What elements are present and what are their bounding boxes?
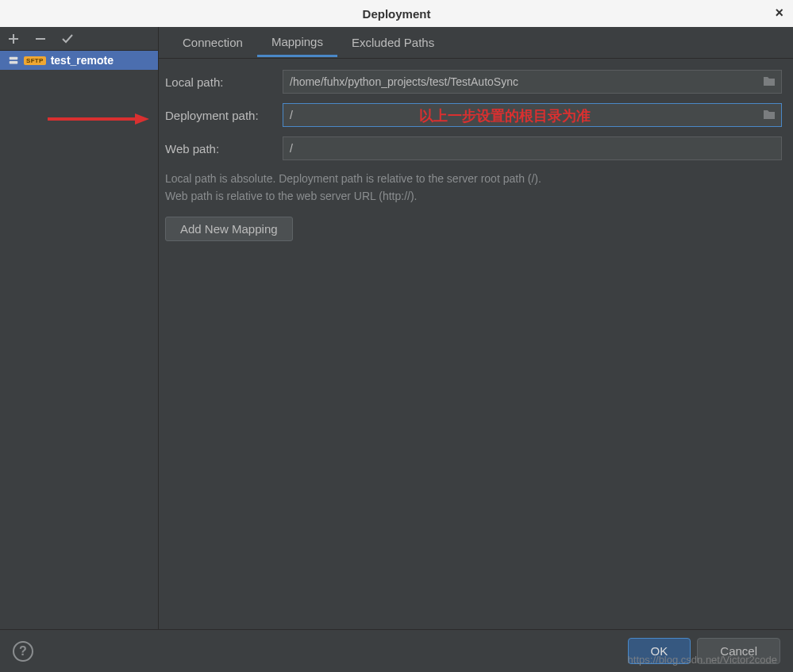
row-web-path: Web path:	[165, 136, 782, 160]
sftp-badge: SFTP	[24, 56, 46, 65]
help-line-1: Local path is absolute. Deployment path …	[165, 170, 782, 187]
svg-rect-1	[10, 61, 18, 64]
title-bar: Deployment ×	[0, 0, 793, 27]
deployment-path-input[interactable]	[283, 103, 782, 127]
row-local-path: Local path:	[165, 70, 782, 94]
sidebar-toolbar	[0, 27, 158, 51]
row-deployment-path: Deployment path:	[165, 103, 782, 127]
deployment-path-label: Deployment path:	[165, 109, 276, 122]
folder-icon[interactable]	[763, 75, 776, 89]
local-path-label: Local path:	[165, 75, 276, 89]
sidebar-server-item[interactable]: SFTP test_remote	[0, 51, 158, 70]
web-path-label: Web path:	[165, 142, 276, 156]
tabs: Connection Mappings Excluded Paths	[159, 27, 793, 59]
check-icon[interactable]	[60, 32, 75, 46]
help-line-2: Web path is relative to the web server U…	[165, 187, 782, 205]
content-panel: Connection Mappings Excluded Paths Local…	[159, 27, 793, 629]
tab-mappings[interactable]: Mappings	[257, 29, 337, 57]
main-container: SFTP test_remote Connection Mappings Exc…	[0, 27, 793, 629]
sidebar: SFTP test_remote	[0, 27, 159, 629]
tab-excluded-paths[interactable]: Excluded Paths	[337, 29, 448, 56]
cancel-button[interactable]: Cancel	[697, 638, 780, 664]
server-icon	[8, 55, 19, 66]
dialog-title: Deployment	[363, 7, 431, 21]
folder-icon[interactable]	[763, 109, 776, 122]
help-text: Local path is absolute. Deployment path …	[165, 170, 782, 205]
add-new-mapping-button[interactable]: Add New Mapping	[165, 217, 293, 241]
tab-connection[interactable]: Connection	[168, 29, 257, 56]
form-area: Local path: Deployment path:	[159, 59, 793, 241]
footer-buttons: OK Cancel	[628, 638, 780, 664]
remove-server-icon[interactable]	[33, 32, 48, 46]
local-path-input-wrap	[283, 70, 782, 94]
local-path-input[interactable]	[283, 70, 782, 94]
footer: ? OK Cancel	[0, 629, 793, 672]
deployment-path-input-wrap	[283, 103, 782, 127]
server-name: test_remote	[51, 54, 114, 67]
svg-rect-0	[10, 57, 18, 60]
web-path-input[interactable]	[283, 136, 782, 160]
add-server-icon[interactable]	[6, 32, 21, 46]
web-path-input-wrap	[283, 136, 782, 160]
help-icon[interactable]: ?	[13, 641, 33, 662]
ok-button[interactable]: OK	[628, 638, 691, 664]
close-icon[interactable]: ×	[775, 5, 783, 21]
